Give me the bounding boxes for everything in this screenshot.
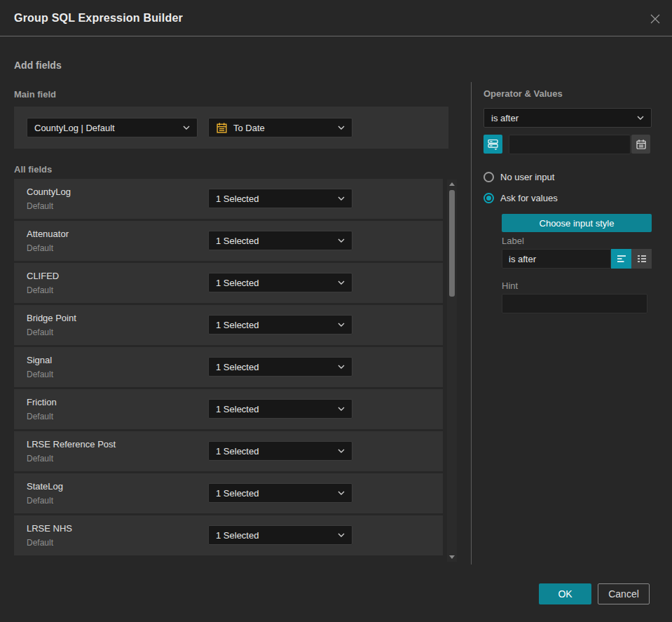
date-picker-calendar-icon[interactable] (631, 135, 650, 154)
date-type-select-value: To Date (233, 123, 332, 133)
radio-no-user-input[interactable]: No user input (484, 172, 554, 182)
label-field-heading: Label (502, 236, 524, 246)
field-selected-value: 1 Selected (216, 530, 332, 541)
field-selected-dropdown[interactable]: 1 Selected (208, 315, 352, 334)
field-selected-dropdown[interactable]: 1 Selected (208, 525, 352, 545)
main-field-select[interactable]: CountyLog | Default (27, 118, 198, 137)
field-selected-value: 1 Selected (216, 320, 332, 330)
close-icon[interactable] (647, 11, 664, 27)
hint-field-heading: Hint (502, 280, 518, 291)
field-selected-dropdown[interactable]: 1 Selected (208, 399, 352, 419)
field-name: CountyLog (27, 187, 71, 197)
field-name: Attenuator (27, 229, 69, 239)
field-sublabel: Default (27, 285, 53, 295)
chevron-down-icon (183, 126, 190, 130)
panel-divider (471, 82, 472, 564)
field-selected-value: 1 Selected (216, 488, 332, 499)
label-input[interactable] (502, 249, 611, 269)
field-selected-dropdown[interactable]: 1 Selected (208, 357, 352, 377)
field-row-bridge-point: Bridge Point Default 1 Selected (14, 305, 443, 345)
fields-list-scrollbar[interactable] (447, 180, 457, 562)
scrollbar-up-arrow-icon[interactable] (449, 182, 455, 186)
add-fields-heading: Add fields (14, 60, 62, 71)
field-sublabel: Default (27, 201, 53, 211)
field-selected-dropdown[interactable]: 1 Selected (208, 231, 352, 250)
chevron-down-icon (338, 280, 345, 285)
field-name: LRSE NHS (27, 523, 72, 534)
field-selected-value: 1 Selected (216, 404, 332, 414)
dialog-title: Group SQL Expression Builder (14, 0, 183, 36)
operator-values-heading: Operator & Values (484, 88, 563, 99)
scrollbar-thumb[interactable] (449, 190, 455, 297)
chevron-down-icon (338, 238, 345, 243)
field-selected-dropdown[interactable]: 1 Selected (208, 441, 352, 461)
field-sublabel: Default (27, 370, 53, 379)
chevron-down-icon (338, 491, 345, 495)
field-selected-value: 1 Selected (216, 278, 332, 288)
field-selected-value: 1 Selected (216, 194, 332, 204)
field-row-clifed: CLIFED Default 1 Selected (14, 263, 443, 303)
operator-select-value: is after (491, 113, 631, 123)
value-input[interactable] (509, 135, 631, 154)
dialog-titlebar: Group SQL Expression Builder (0, 0, 672, 36)
field-row-countylog: CountyLog Default 1 Selected (14, 179, 443, 219)
field-selected-dropdown[interactable]: 1 Selected (208, 483, 352, 503)
field-name: StateLog (27, 481, 63, 492)
chevron-down-icon (338, 323, 345, 327)
main-field-select-value: CountyLog | Default (34, 123, 177, 133)
choose-input-style-button[interactable]: Choose input style (502, 214, 652, 232)
chevron-down-icon (338, 126, 345, 130)
field-row-attenuator: Attenuator Default 1 Selected (14, 221, 443, 261)
field-row-lrse-nhs: LRSE NHS Default 1 Selected (14, 515, 443, 555)
field-name: LRSE Reference Post (27, 439, 116, 449)
field-name: Bridge Point (27, 313, 76, 323)
field-sublabel: Default (27, 412, 53, 421)
calendar-icon (216, 122, 228, 134)
bullet-list-icon[interactable] (631, 249, 652, 269)
hint-input[interactable] (502, 294, 647, 313)
field-row-signal: Signal Default 1 Selected (14, 347, 443, 387)
field-sublabel: Default (27, 327, 53, 337)
chevron-down-icon (338, 196, 345, 201)
field-row-lrse-reference-post: LRSE Reference Post Default 1 Selected (14, 431, 443, 471)
scrollbar-down-arrow-icon[interactable] (449, 555, 455, 559)
main-field-panel: CountyLog | Default To Date (14, 107, 448, 149)
field-selected-dropdown[interactable]: 1 Selected (208, 189, 352, 208)
field-name: Signal (27, 355, 52, 365)
chevron-down-icon (338, 449, 345, 453)
field-row-friction: Friction Default 1 Selected (14, 389, 443, 429)
operator-select[interactable]: is after (484, 108, 652, 128)
field-name: Friction (27, 397, 57, 407)
field-sublabel: Default (27, 243, 53, 253)
all-fields-heading: All fields (14, 164, 52, 175)
field-sublabel: Default (27, 454, 53, 464)
radio-checked-icon (484, 193, 494, 203)
field-sublabel: Default (27, 496, 53, 506)
date-type-select[interactable]: To Date (208, 118, 352, 137)
input-type-stack-icon[interactable] (484, 135, 502, 154)
field-name: CLIFED (27, 271, 59, 281)
field-row-statelog: StateLog Default 1 Selected (14, 473, 443, 513)
cancel-button[interactable]: Cancel (598, 583, 650, 604)
ok-button[interactable]: OK (539, 583, 591, 604)
chevron-down-icon (338, 365, 345, 369)
field-selected-value: 1 Selected (216, 362, 332, 372)
main-field-heading: Main field (14, 89, 56, 100)
radio-label: Ask for values (500, 193, 558, 203)
field-selected-value: 1 Selected (216, 446, 332, 457)
align-left-icon[interactable] (611, 249, 631, 269)
radio-ask-for-values[interactable]: Ask for values (484, 193, 558, 203)
field-sublabel: Default (27, 538, 53, 548)
chevron-down-icon (338, 407, 345, 411)
all-fields-list: CountyLog Default 1 Selected Attenuator … (14, 179, 443, 557)
radio-unchecked-icon (484, 172, 494, 182)
field-selected-value: 1 Selected (216, 236, 332, 246)
radio-label: No user input (500, 172, 554, 182)
chevron-down-icon (338, 533, 345, 537)
field-selected-dropdown[interactable]: 1 Selected (208, 273, 352, 292)
chevron-down-icon (637, 116, 644, 120)
